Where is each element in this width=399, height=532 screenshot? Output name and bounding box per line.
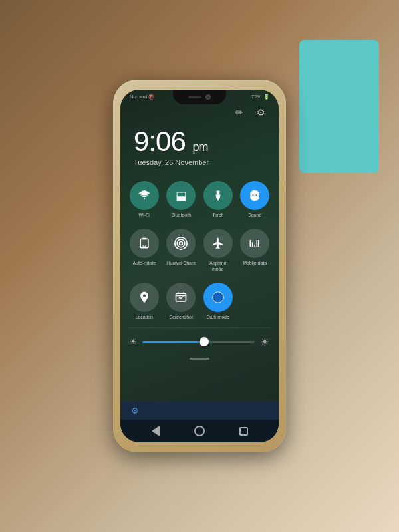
recent-apps-button[interactable]: [237, 425, 249, 437]
screenshot-label: Screenshot: [170, 315, 193, 320]
airplane-label: Airplanemode: [209, 261, 227, 272]
svg-point-9: [177, 240, 185, 248]
toggle-screenshot: Screenshot: [166, 283, 198, 320]
svg-point-13: [214, 295, 217, 297]
svg-point-0: [144, 198, 146, 200]
divider: [128, 327, 271, 328]
svg-rect-6: [140, 239, 148, 248]
toggle-location: Location: [128, 283, 160, 320]
battery-percent: 72%: [251, 94, 261, 100]
svg-point-14: [219, 293, 221, 295]
svg-point-15: [219, 297, 222, 300]
toggles-row-2: Auto-rotate Huawei Share: [120, 223, 279, 277]
recent-icon: [239, 427, 248, 436]
svg-rect-7: [142, 238, 146, 240]
huawei-share-button[interactable]: [166, 229, 196, 258]
toggle-airplane: Airplanemode: [202, 229, 234, 272]
bluetooth-label: Bluetooth: [171, 213, 191, 218]
time-section: 9:06 pm Tuesday, 26 November: [120, 122, 279, 176]
status-bar: No card 📵 72% 🔋: [120, 90, 279, 102]
back-icon: [152, 426, 160, 436]
toggle-mobile-data: Mobile data: [239, 229, 271, 272]
sound-label: Sound: [248, 213, 261, 218]
bottom-bar: ⚙: [120, 402, 279, 420]
home-button[interactable]: [194, 425, 205, 437]
wifi-button[interactable]: [130, 181, 159, 210]
swipe-indicator: [120, 355, 279, 362]
svg-point-12: [213, 292, 224, 303]
sound-button[interactable]: [240, 181, 269, 210]
edit-icon: ✏: [235, 107, 243, 118]
dark-mode-button[interactable]: [203, 283, 233, 312]
bluetooth-button[interactable]: ⬓: [166, 181, 196, 210]
no-card-text: No card: [130, 94, 147, 100]
toggle-sound: Sound: [239, 181, 271, 218]
top-icons-row: ✏ ⚙: [120, 102, 279, 122]
time-ampm: pm: [192, 140, 207, 154]
battery-icon: 🔋: [263, 94, 269, 100]
torch-button[interactable]: [203, 181, 233, 210]
edit-icon-btn[interactable]: ✏: [232, 105, 247, 120]
svg-point-4: [253, 194, 254, 196]
auto-rotate-button[interactable]: [130, 229, 159, 258]
svg-rect-1: [217, 191, 220, 195]
toggle-bluetooth: ⬓ Bluetooth: [166, 181, 198, 218]
bottom-settings-icon[interactable]: ⚙: [131, 406, 139, 416]
toggle-wifi: Wi-Fi: [128, 181, 160, 218]
mobile-data-label: Mobile data: [243, 261, 267, 266]
phone-outer: No card 📵 72% 🔋 ✏ ⚙ 9:06: [113, 80, 286, 452]
sim-icon: 📵: [148, 94, 154, 100]
torch-label: Torch: [212, 213, 223, 218]
toggle-dark-mode: Dark mode: [202, 283, 234, 320]
auto-rotate-label: Auto-rotate: [132, 261, 156, 266]
notch-camera: [205, 94, 211, 100]
time-value: 9:06: [134, 126, 186, 157]
svg-point-5: [256, 194, 257, 196]
bluetooth-icon: ⬓: [176, 188, 187, 203]
notch-speaker: [188, 96, 201, 98]
toggles-row-1: Wi-Fi ⬓ Bluetooth Torch: [120, 176, 279, 223]
empty-slot: [239, 283, 271, 320]
huawei-share-label: Huawei Share: [166, 261, 196, 266]
brightness-min-icon: ☀: [130, 337, 137, 346]
time-display: 9:06 pm: [134, 128, 265, 156]
date-display: Tuesday, 26 November: [134, 158, 265, 166]
wifi-label: Wi-Fi: [139, 213, 150, 218]
screenshot-button[interactable]: [166, 283, 196, 312]
airplane-button[interactable]: [203, 229, 233, 258]
brightness-track[interactable]: [142, 341, 255, 343]
dark-mode-label: Dark mode: [207, 315, 229, 320]
brightness-row: ☀ ☀: [120, 329, 279, 355]
notch: [173, 90, 226, 104]
brightness-thumb[interactable]: [200, 337, 209, 346]
swipe-bar: [190, 358, 209, 360]
box-background: [299, 40, 379, 173]
home-icon: [194, 426, 205, 436]
toggle-auto-rotate: Auto-rotate: [128, 229, 160, 272]
svg-point-8: [180, 242, 183, 245]
nav-bar: [120, 420, 279, 442]
settings-icon-btn[interactable]: ⚙: [253, 105, 268, 120]
brightness-fill: [142, 341, 204, 343]
location-label: Location: [136, 315, 153, 320]
status-left: No card 📵: [130, 94, 154, 100]
back-button[interactable]: [150, 425, 162, 437]
location-button[interactable]: [130, 283, 159, 312]
toggles-row-3: Location Screenshot: [120, 277, 279, 325]
toggle-torch: Torch: [202, 181, 234, 218]
brightness-max-icon: ☀: [260, 336, 269, 348]
mobile-data-button[interactable]: [240, 229, 269, 258]
status-right: 72% 🔋: [251, 94, 269, 100]
gear-icon: ⚙: [257, 107, 265, 118]
svg-rect-11: [176, 293, 186, 301]
phone-screen: No card 📵 72% 🔋 ✏ ⚙ 9:06: [120, 90, 279, 442]
toggle-huawei-share: Huawei Share: [166, 229, 198, 272]
